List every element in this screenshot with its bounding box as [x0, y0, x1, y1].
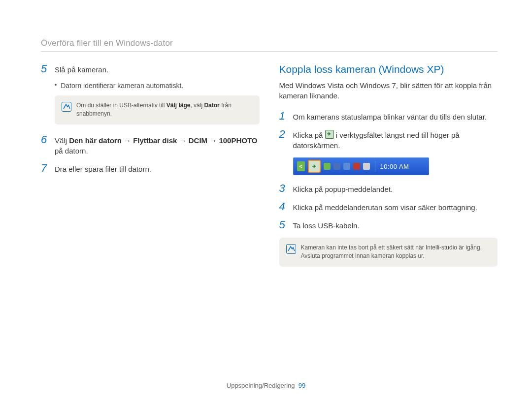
step-number: 1 — [279, 111, 287, 122]
right-column: Koppla loss kameran (Windows XP) Med Win… — [279, 63, 498, 277]
taskbar-tray-illustration: < 10:00 AM — [293, 157, 429, 175]
note-usb-option: Om du ställer in USB-alternativ till Väl… — [55, 95, 260, 124]
step-number: 6 — [41, 134, 49, 156]
note-text: Kameran kan inte tas bort på ett säkert … — [301, 244, 491, 261]
step-text: Dra eller spara filer till datorn. — [55, 163, 260, 174]
tray-icon — [353, 163, 360, 170]
tray-icon — [363, 163, 370, 170]
bullet-dot: • — [55, 82, 57, 90]
page-header: Överföra filer till en Windows-dator — [41, 38, 498, 48]
step-text: Ta loss USB-kabeln. — [293, 219, 498, 231]
divider — [41, 51, 498, 52]
tray-icon — [333, 163, 340, 170]
tray-clock: 10:00 AM — [380, 163, 409, 170]
step-number: 3 — [279, 183, 287, 194]
section-heading: Koppla loss kameran (Windows XP) — [279, 63, 498, 75]
tray-highlighted-icon — [308, 160, 321, 173]
step-number: 5 — [279, 219, 287, 231]
page: Överföra filer till en Windows-dator 5 S… — [0, 0, 532, 401]
step-5: 5 Slå på kameran. — [41, 63, 260, 75]
step-text: Om kamerans statuslampa blinkar väntar d… — [293, 111, 498, 122]
section-intro: Med Windows Vista och Windows 7, blir sä… — [279, 80, 498, 101]
safely-remove-hardware-icon — [325, 130, 334, 139]
step-text: Slå på kameran. — [55, 63, 260, 75]
footer-label: Uppspelning/Redigering — [227, 382, 295, 389]
step-6: 6 Välj Den här datorn → Flyttbar disk → … — [41, 134, 260, 156]
tray-icon — [343, 163, 350, 170]
step-4: 4 Klicka på meddelanderutan som visar sä… — [279, 201, 498, 213]
step-text: Välj Den här datorn → Flyttbar disk → DC… — [55, 134, 260, 156]
note-intellistudio: Kameran kan inte tas bort på ett säkert … — [279, 238, 498, 267]
step-number: 7 — [41, 163, 49, 174]
safely-remove-hardware-icon — [311, 163, 318, 170]
step-3: 3 Klicka på popup-meddelandet. — [279, 183, 498, 194]
columns: 5 Slå på kameran. • Datorn identifierar … — [41, 63, 498, 277]
step-5b: 5 Ta loss USB-kabeln. — [279, 219, 498, 231]
step-number: 4 — [279, 201, 287, 213]
page-footer: Uppspelning/Redigering 99 — [0, 382, 532, 389]
footer-page-number: 99 — [299, 382, 305, 389]
step-number: 5 — [41, 63, 49, 75]
step-2: 2 Klicka på i verktygsfältet längst ned … — [279, 129, 498, 151]
step-text: Klicka på i verktygsfältet längst ned ti… — [293, 129, 498, 151]
tray-icon — [324, 163, 331, 170]
step-7: 7 Dra eller spara filer till datorn. — [41, 163, 260, 174]
step-number: 2 — [279, 129, 287, 151]
step-text: Klicka på meddelanderutan som visar säke… — [293, 201, 498, 213]
bullet-text: Datorn identifierar kameran automatiskt. — [61, 82, 183, 90]
note-icon — [286, 244, 296, 254]
tray-expand-icon: < — [297, 161, 305, 171]
step-text: Klicka på popup-meddelandet. — [293, 183, 498, 194]
step-1: 1 Om kamerans statuslampa blinkar väntar… — [279, 111, 498, 122]
tray-separator — [375, 161, 375, 172]
step-5-bullet: • Datorn identifierar kameran automatisk… — [55, 82, 260, 90]
note-icon — [62, 102, 71, 112]
left-column: 5 Slå på kameran. • Datorn identifierar … — [41, 63, 260, 277]
note-text: Om du ställer in USB-alternativ till Väl… — [76, 101, 253, 119]
